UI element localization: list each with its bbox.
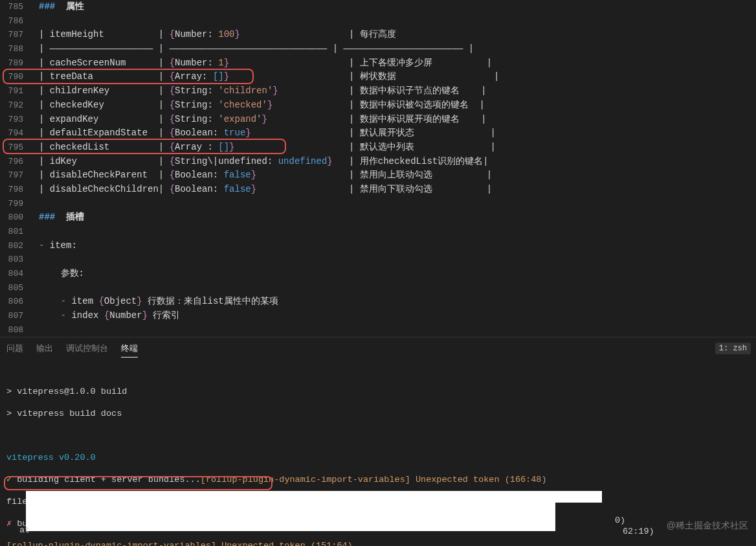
line-number: 806 [0,295,23,309]
code-line[interactable]: | checkedList | {Array : []} | 默认选中列表 | [39,141,756,155]
tab-terminal[interactable]: 终端 [121,340,138,358]
code-line[interactable] [39,323,756,337]
line-number: 808 [0,323,23,337]
line-number-gutter: 7857867877887897907917927937947957967977… [0,0,31,337]
terminal-line: at [19,525,30,536]
terminal-line: > vitepress build docs [6,408,750,419]
tab-problems[interactable]: 问题 [6,340,23,357]
line-number: 799 [0,197,23,211]
code-line[interactable]: | treeData | {Array: []} | 树状数据 | [39,70,756,84]
code-line[interactable]: ### 插槽 [39,210,756,225]
line-number: 793 [0,113,23,127]
code-line[interactable]: 参数: [39,267,756,281]
line-number: 787 [0,28,23,42]
line-number: 803 [0,253,23,267]
terminal-output[interactable]: > vitepress@1.0.0 build > vitepress buil… [0,359,756,546]
code-content[interactable]: ### 属性| itemHeight | {Number: 100} | 每行高… [39,0,756,337]
line-number: 794 [0,126,23,141]
line-number: 789 [0,56,23,71]
code-line[interactable] [39,197,756,211]
line-number: 802 [0,239,23,253]
redacted-block [26,503,555,531]
panel-tabs: 问题 输出 调试控制台 终端 1: zsh [0,337,756,359]
tab-output[interactable]: 输出 [36,340,53,357]
redacted-block [26,491,602,503]
editor-area[interactable]: 7857867877887897907917927937947957967977… [0,0,756,337]
line-number: 792 [0,98,23,113]
code-line[interactable]: | ——————————————————— | ————————————————… [39,42,756,56]
line-number: 785 [0,0,23,14]
code-line[interactable]: ### 属性 [39,0,756,14]
tab-debug-console[interactable]: 调试控制台 [66,340,108,357]
code-line[interactable]: | cacheScreenNum | {Number: 1} | 上下各缓冲多少… [39,56,756,71]
terminal-line: > vitepress@1.0.0 build [6,386,750,397]
line-number: 796 [0,155,23,169]
line-number: 797 [0,168,23,183]
code-line[interactable]: | expandKey | {String: 'expand'} | 数据中标识… [39,113,756,127]
line-number: 798 [0,183,23,197]
code-line[interactable]: | disableCheckParent | {Boolean: false} … [39,168,756,183]
code-line[interactable]: | idKey | {String\|undefined: undefined}… [39,155,756,169]
terminal-selector[interactable]: 1: zsh [715,343,751,354]
code-line[interactable] [39,253,756,267]
code-line[interactable]: | defaultExpandState | {Boolean: true} |… [39,126,756,141]
watermark: @稀土掘金技术社区 [667,520,748,532]
code-line[interactable]: | itemHeight | {Number: 100} | 每行高度 [39,28,756,42]
terminal-line: ✓ building client + server bundles...[ro… [6,474,750,485]
code-line[interactable]: - index {Number} 行索引 [39,309,756,323]
code-line[interactable]: | checkedKey | {String: 'checked'} | 数据中… [39,98,756,113]
line-number: 801 [0,225,23,239]
line-number: 791 [0,84,23,98]
line-number: 800 [0,210,23,225]
code-line[interactable] [39,225,756,239]
line-number: 807 [0,309,23,323]
code-line[interactable] [39,281,756,295]
line-number: 805 [0,281,23,295]
line-number: 788 [0,42,23,56]
line-number: 804 [0,267,23,281]
terminal-line: 0) [615,515,625,526]
code-line[interactable] [39,14,756,28]
line-number: 795 [0,141,23,155]
terminal-line: [rollup-plugin-dynamic-import-variables]… [6,540,750,546]
code-line[interactable]: | disableCheckChildren| {Boolean: false}… [39,183,756,197]
code-line[interactable]: - item: [39,239,756,253]
terminal-line: 62:19) [623,526,654,537]
code-line[interactable]: | childrenKey | {String: 'children'} | 数… [39,84,756,98]
line-number: 786 [0,14,23,28]
terminal-line: vitepress v0.20.0 [6,452,750,463]
line-number: 790 [0,70,23,84]
code-line[interactable]: - item {Object} 行数据：来自list属性中的某项 [39,295,756,309]
